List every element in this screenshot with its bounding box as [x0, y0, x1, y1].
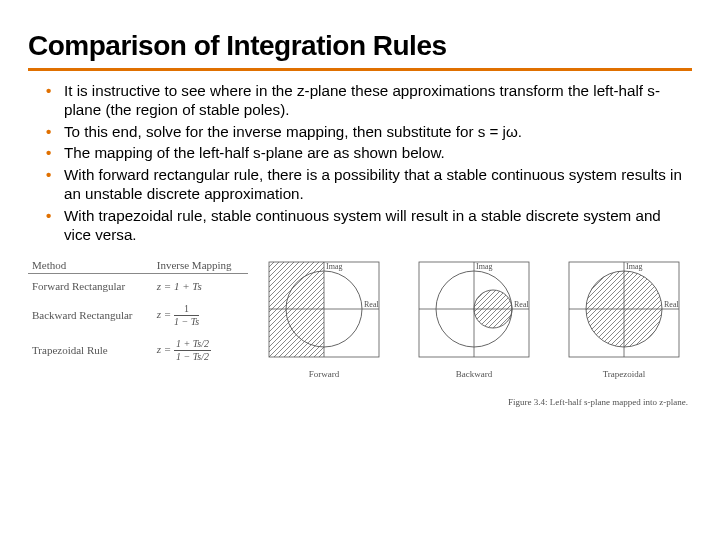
mapping-cell: z = 1 1 − Ts: [153, 298, 248, 333]
bullet-list: It is instructive to see where in the z-…: [28, 81, 692, 245]
plot-backward: Imag Real Backward: [414, 257, 534, 379]
table-header-method: Method: [28, 257, 153, 274]
table-row: Forward Rectangular z = 1 + Ts: [28, 273, 248, 298]
method-table: Method Inverse Mapping Forward Rectangul…: [28, 257, 248, 368]
svg-point-9: [474, 290, 512, 328]
plots-container: Imag Real Forward: [256, 257, 692, 407]
table-row: Backward Rectangular z = 1 1 − Ts: [28, 298, 248, 333]
method-cell: Forward Rectangular: [28, 273, 153, 298]
axis-label-real: Real: [664, 300, 679, 309]
table-row: Trapezoidal Rule z = 1 + Ts/2 1 − Ts/2: [28, 333, 248, 368]
axis-label-real: Real: [514, 300, 529, 309]
axis-label-imag: Imag: [626, 262, 642, 271]
svg-point-13: [586, 271, 662, 347]
plot-trapezoidal: Imag Real Trapezoidal: [564, 257, 684, 379]
mapping-cell: z = 1 + Ts: [153, 273, 248, 298]
bullet-item: The mapping of the left-half s-plane are…: [46, 143, 692, 162]
slide-title: Comparison of Integration Rules: [28, 30, 692, 71]
plot-caption: Trapezoidal: [564, 369, 684, 379]
table-header-mapping: Inverse Mapping: [153, 257, 248, 274]
svg-rect-1: [269, 262, 324, 357]
bullet-item: It is instructive to see where in the z-…: [46, 81, 692, 120]
bullet-item: With forward rectangular rule, there is …: [46, 165, 692, 204]
plot-caption: Backward: [414, 369, 534, 379]
plot-forward: Imag Real Forward: [264, 257, 384, 379]
mapping-cell: z = 1 + Ts/2 1 − Ts/2: [153, 333, 248, 368]
axis-label-imag: Imag: [326, 262, 342, 271]
method-cell: Trapezoidal Rule: [28, 333, 153, 368]
bullet-item: With trapezoidal rule, stable continuous…: [46, 206, 692, 245]
method-cell: Backward Rectangular: [28, 298, 153, 333]
axis-label-real: Real: [364, 300, 379, 309]
figure-caption: Figure 3.4: Left-half s-plane mapped int…: [256, 397, 692, 407]
bullet-item: To this end, solve for the inverse mappi…: [46, 122, 692, 141]
plot-caption: Forward: [264, 369, 384, 379]
axis-label-imag: Imag: [476, 262, 492, 271]
figure-row: Method Inverse Mapping Forward Rectangul…: [28, 257, 692, 407]
